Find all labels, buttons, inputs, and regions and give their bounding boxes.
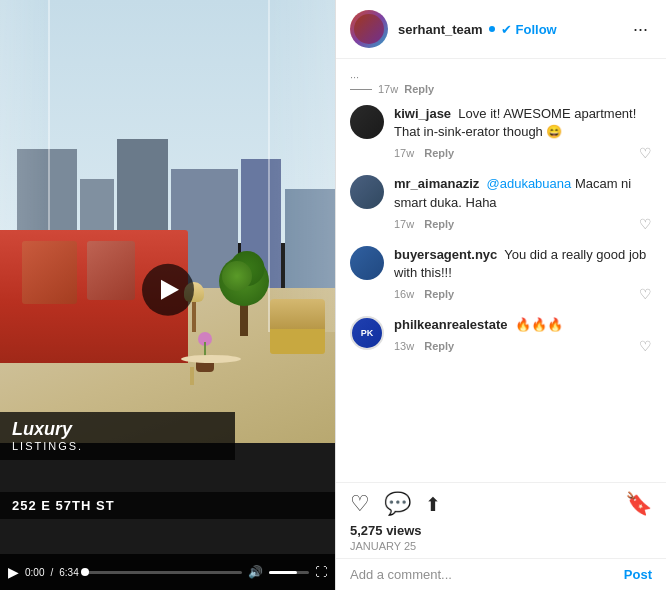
comment-author-mr[interactable]: mr_aimanaziz [394, 176, 479, 191]
play-button[interactable] [142, 264, 194, 316]
comment-time-buyers: 16w [394, 288, 414, 300]
show-replies-row: 17w Reply [350, 83, 652, 95]
comment-body-phil: philkeanrealestate 🔥🔥🔥 13w Reply ♡ [394, 316, 652, 354]
like-icon-mr[interactable]: ♡ [639, 216, 652, 232]
previous-replies-link[interactable]: ··· [350, 71, 652, 83]
comment-reply-kiwi[interactable]: Reply [424, 147, 454, 159]
comment-reply-mr[interactable]: Reply [424, 218, 454, 230]
video-panel: Luxury LISTINGS. 252 E 57TH ST ▶ 0:00 / … [0, 0, 335, 590]
comment-button[interactable]: 💬 [384, 491, 411, 517]
comment-meta-mr: 17w Reply ♡ [394, 216, 652, 232]
comment-time-mr: 17w [394, 218, 414, 230]
comment-input[interactable] [350, 567, 616, 582]
progress-dot [81, 568, 89, 576]
comments-panel: serhant_team ✔ Follow ··· ··· 17w Reply … [335, 0, 666, 590]
like-button[interactable]: ♡ [350, 491, 370, 517]
post-comment-button[interactable]: Post [624, 567, 652, 582]
views-count: 5,275 views [350, 523, 652, 538]
follow-button[interactable]: Follow [516, 22, 557, 37]
overlay-branding: Luxury LISTINGS. [0, 412, 235, 460]
actions-bar: ♡ 💬 ⬆ 🔖 5,275 views JANUARY 25 [336, 482, 666, 558]
like-icon-buyers[interactable]: ♡ [639, 286, 652, 302]
comment-item: buyersagent.nyc You did a really good jo… [350, 246, 652, 302]
comment-meta-buyers: 16w Reply ♡ [394, 286, 652, 302]
post-date: JANUARY 25 [350, 540, 652, 552]
play-control-button[interactable]: ▶ [8, 564, 19, 580]
comment-meta-kiwi: 17w Reply ♡ [394, 145, 652, 161]
comment-author-kiwi[interactable]: kiwi_jase [394, 106, 451, 121]
time-total: 6:34 [59, 567, 78, 578]
like-icon-kiwi[interactable]: ♡ [639, 145, 652, 161]
time-current: 0:00 [25, 567, 44, 578]
address-bar: 252 E 57TH ST [0, 492, 335, 519]
video-controls: ▶ 0:00 / 6:34 🔊 ⛶ [0, 554, 335, 590]
chair [270, 299, 325, 354]
volume-fill [269, 571, 297, 574]
address-text: 252 E 57TH ST [12, 498, 323, 513]
header-info: serhant_team ✔ Follow [398, 22, 619, 37]
comment-time-kiwi: 17w [394, 147, 414, 159]
comment-reply-buyers[interactable]: Reply [424, 288, 454, 300]
flower [193, 332, 218, 372]
comment-body-mr: mr_aimanaziz @adukabuana Macam ni smart … [394, 175, 652, 231]
time-separator: / [50, 567, 53, 578]
bookmark-button[interactable]: 🔖 [625, 491, 652, 517]
comment-body-kiwi: kiwi_jase Love it! AWESOME apartment! Th… [394, 105, 652, 161]
volume-icon[interactable]: 🔊 [248, 565, 263, 579]
more-options-button[interactable]: ··· [629, 19, 652, 40]
comment-item: kiwi_jase Love it! AWESOME apartment! Th… [350, 105, 652, 161]
reply-link-top[interactable]: Reply [404, 83, 434, 95]
luxury-title-line1: Luxury [12, 420, 223, 440]
post-header: serhant_team ✔ Follow ··· [336, 0, 666, 59]
reply-time: 17w [378, 83, 398, 95]
comment-author-buyers[interactable]: buyersagent.nyc [394, 247, 497, 262]
comment-reply-phil[interactable]: Reply [424, 340, 454, 352]
verified-dot-icon [489, 26, 495, 32]
comment-avatar-phil[interactable]: PK [350, 316, 384, 350]
verified-badge-icon: ✔ [501, 22, 512, 37]
fullscreen-button[interactable]: ⛶ [315, 565, 327, 579]
comment-avatar-buyers[interactable] [350, 246, 384, 280]
luxury-title-line2: LISTINGS. [12, 440, 223, 452]
comment-text-kiwi: kiwi_jase Love it! AWESOME apartment! Th… [394, 105, 652, 141]
action-icons: ♡ 💬 ⬆ 🔖 [350, 491, 652, 517]
plant [226, 256, 261, 336]
comment-time-phil: 13w [394, 340, 414, 352]
comment-text-buyers: buyersagent.nyc You did a really good jo… [394, 246, 652, 282]
room-scene [0, 0, 335, 443]
profile-username[interactable]: serhant_team [398, 22, 483, 37]
divider-line [350, 89, 372, 90]
volume-bar[interactable] [269, 571, 309, 574]
profile-avatar[interactable] [350, 10, 388, 48]
comment-item: PK philkeanrealestate 🔥🔥🔥 13w Reply ♡ [350, 316, 652, 354]
window-right [268, 0, 335, 332]
play-icon [161, 280, 179, 300]
comment-text-phil: philkeanrealestate 🔥🔥🔥 [394, 316, 652, 334]
comment-item: mr_aimanaziz @adukabuana Macam ni smart … [350, 175, 652, 231]
share-button[interactable]: ⬆ [425, 493, 441, 516]
add-comment-bar: Post [336, 558, 666, 590]
like-icon-phil[interactable]: ♡ [639, 338, 652, 354]
progress-bar[interactable] [85, 571, 242, 574]
comment-meta-phil: 13w Reply ♡ [394, 338, 652, 354]
comment-author-phil[interactable]: philkeanrealestate [394, 317, 507, 332]
comment-text-mr: mr_aimanaziz @adukabuana Macam ni smart … [394, 175, 652, 211]
comment-avatar-kiwi[interactable] [350, 105, 384, 139]
comment-avatar-mr[interactable] [350, 175, 384, 209]
comment-body-buyers: buyersagent.nyc You did a really good jo… [394, 246, 652, 302]
avatar-image [354, 14, 384, 44]
comments-list: ··· 17w Reply kiwi_jase Love it! AWESOME… [336, 59, 666, 482]
